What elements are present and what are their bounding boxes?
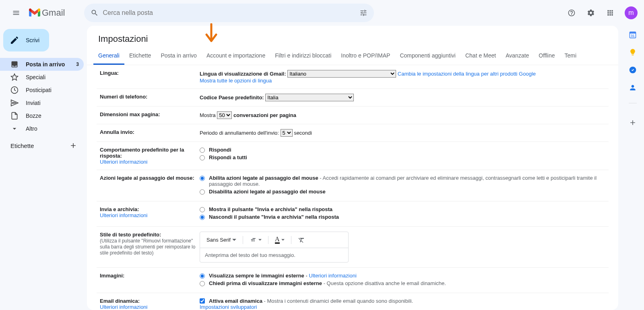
panel-divider — [629, 103, 637, 103]
nav-inbox[interactable]: Posta in arrivo 3 — [0, 58, 84, 71]
contacts-icon[interactable] — [629, 84, 637, 92]
nav-sent[interactable]: Inviati — [0, 96, 84, 109]
search-button[interactable] — [87, 5, 103, 21]
show-all-lang-link[interactable]: Mostra tutte le opzioni di lingua — [200, 78, 272, 84]
img-opt1-radio[interactable] — [200, 273, 205, 279]
hover-opt2-radio[interactable] — [200, 189, 205, 195]
img-opt2-radio[interactable] — [200, 281, 205, 286]
undo-select[interactable]: 5 — [281, 129, 293, 137]
apps-button[interactable] — [602, 5, 618, 21]
hamburger-icon — [12, 9, 20, 17]
label-page-size: Dimensioni max pagina: — [100, 111, 200, 119]
settings-tabs: Generali Etichette Posta in arrivo Accou… — [87, 47, 618, 65]
reply-learn-more[interactable]: Ulteriori informazioni — [100, 159, 147, 165]
chevron-down-icon — [10, 125, 19, 133]
dynamic-learn-more[interactable]: Ulteriori informazioni — [100, 304, 147, 310]
img-learn-more[interactable]: Ulteriori informazioni — [309, 273, 356, 279]
settings-button[interactable] — [583, 5, 599, 21]
dev-settings-link[interactable]: Impostazioni sviluppatori — [200, 304, 257, 310]
clear-formatting-button[interactable] — [295, 235, 308, 245]
hover-opt1-radio[interactable] — [200, 176, 205, 181]
label-hover: Azioni legate al passaggio del mouse: — [100, 175, 200, 196]
label-reply: Comportamento predefinito per la rispost… — [100, 147, 184, 159]
row-send-archive: Invia e archivia: Ulteriori informazioni… — [97, 201, 609, 227]
main-panel: Impostazioni Generali Etichette Posta in… — [87, 26, 618, 310]
caret-down-icon — [232, 238, 236, 242]
support-button[interactable] — [564, 5, 580, 21]
document-icon — [10, 112, 19, 120]
text-color-dropdown[interactable]: A — [272, 234, 288, 245]
style-preview: Anteprima del testo del tuo messaggio. — [200, 248, 348, 262]
tab-advanced[interactable]: Avanzate — [501, 47, 534, 65]
nav-drafts[interactable]: Bozze — [0, 109, 84, 122]
tab-addons[interactable]: Componenti aggiuntivi — [395, 47, 460, 65]
text-style-box: Sans Serif A Anteprima del testo del tuo… — [200, 232, 349, 263]
add-addon-button[interactable] — [625, 115, 641, 131]
change-lang-link[interactable]: Cambia le impostazioni della lingua per … — [398, 71, 536, 77]
font-family-dropdown[interactable]: Sans Serif — [203, 235, 239, 244]
country-select[interactable]: Italia — [265, 94, 354, 101]
tab-themes[interactable]: Temi — [560, 47, 582, 65]
tab-labels[interactable]: Etichette — [124, 47, 156, 65]
search-bar[interactable] — [84, 4, 374, 22]
clock-icon — [10, 86, 19, 94]
reply-opt2-radio[interactable] — [200, 155, 205, 160]
tab-offline[interactable]: Offline — [534, 47, 559, 65]
row-hover: Azioni legate al passaggio del mouse: Ab… — [97, 170, 609, 201]
font-size-dropdown[interactable] — [246, 236, 265, 244]
label-phone: Numeri di telefono: — [100, 94, 200, 101]
tab-general[interactable]: Generali — [93, 47, 124, 65]
page-size-show: Mostra — [200, 112, 216, 118]
clear-format-icon — [298, 236, 305, 244]
search-options-button[interactable] — [355, 5, 372, 21]
sa-opt2-label: Nascondi il pulsante "Invia e archivia" … — [209, 214, 339, 220]
tab-accounts[interactable]: Account e importazione — [202, 47, 270, 65]
sa-opt2-radio[interactable] — [200, 215, 205, 220]
nav-starred[interactable]: Speciali — [0, 71, 84, 84]
tab-filters[interactable]: Filtri e indirizzi bloccati — [270, 47, 336, 65]
sa-opt1-label: Mostra il pulsante "Invia e archivia" ne… — [209, 206, 332, 212]
tab-forwarding[interactable]: Inoltro e POP/IMAP — [336, 47, 395, 65]
nav-drafts-label: Bozze — [26, 113, 41, 119]
search-input[interactable] — [103, 9, 355, 16]
nav-sent-label: Inviati — [26, 100, 41, 106]
label-language: Lingua: — [100, 70, 200, 84]
add-label-button[interactable] — [68, 140, 79, 151]
inbox-icon — [10, 60, 19, 68]
tab-chat[interactable]: Chat e Meet — [460, 47, 501, 65]
compose-button[interactable]: Scrivi — [3, 29, 49, 51]
page-size-suffix: conversazioni per pagina — [233, 112, 296, 118]
svg-rect-1 — [630, 32, 636, 33]
nav-more[interactable]: Altro — [0, 122, 84, 135]
settings-title: Impostazioni — [87, 26, 618, 47]
display-lang-label: Lingua di visualizzazione di Gmail: — [200, 71, 286, 77]
send-icon — [10, 99, 19, 107]
font-size-icon — [250, 237, 257, 243]
tab-inbox[interactable]: Posta in arrivo — [156, 47, 201, 65]
labels-section-header: Etichette — [3, 135, 84, 153]
caret-down-icon — [281, 238, 285, 242]
page-size-select[interactable]: 50 — [217, 111, 232, 119]
pencil-icon — [10, 35, 19, 45]
hover-opt1-label: Abilita azioni legate al passaggio del m… — [209, 175, 318, 181]
tasks-icon[interactable] — [629, 66, 637, 74]
reply-opt1-radio[interactable] — [200, 148, 205, 153]
account-avatar[interactable]: m — [625, 6, 638, 19]
dynamic-checkbox[interactable] — [200, 298, 205, 304]
gear-icon — [587, 9, 595, 17]
nav-inbox-count: 3 — [76, 62, 79, 67]
label-undo: Annulla invio: — [100, 129, 200, 137]
main-menu-button[interactable] — [6, 3, 26, 23]
calendar-icon[interactable]: 31 — [629, 31, 637, 39]
sa-opt1-radio[interactable] — [200, 207, 205, 212]
settings-content[interactable]: Lingua: Lingua di visualizzazione di Gma… — [87, 65, 618, 310]
send-archive-learn-more[interactable]: Ulteriori informazioni — [100, 212, 147, 218]
dynamic-chk-desc: - Mostra i contenuti dinamici delle emai… — [262, 298, 413, 304]
gmail-logo[interactable]: Gmail — [29, 8, 65, 18]
row-dynamic: Email dinamica: Ulteriori informazioni A… — [97, 293, 609, 310]
labels-header-text: Etichette — [10, 142, 34, 149]
language-select[interactable]: Italiano — [287, 70, 396, 78]
side-panel: 31 — [621, 26, 644, 310]
keep-icon[interactable] — [629, 48, 637, 56]
nav-snoozed[interactable]: Posticipati — [0, 84, 84, 96]
